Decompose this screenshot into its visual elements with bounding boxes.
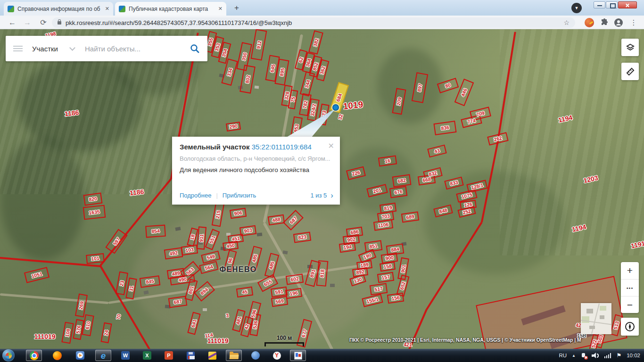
new-tab-button[interactable]: + (232, 3, 241, 13)
overview-minimap[interactable] (581, 303, 611, 334)
error-badge (584, 356, 588, 360)
taskbar-save-app[interactable] (182, 350, 198, 361)
excel-icon: X (143, 351, 151, 360)
zoom-more-button[interactable]: ••• (621, 279, 639, 296)
parcel-label: 668 (422, 176, 431, 183)
menu-hamburger-icon[interactable] (13, 46, 23, 52)
minimap-green-area (582, 316, 589, 323)
language-indicator[interactable]: RU (559, 353, 567, 358)
parcel-label: 903 (243, 227, 252, 234)
parcel-label: 818 (319, 269, 325, 278)
start-button[interactable] (2, 349, 15, 362)
tab-reference-info[interactable]: Справочная информация по об ✕ (4, 2, 113, 16)
minimap-buildings (589, 326, 595, 329)
taskbar-excel[interactable]: X (139, 350, 155, 361)
result-pager: 1 из 5 (310, 192, 327, 199)
taskbar-app[interactable] (204, 350, 220, 361)
taskbar-yandex[interactable]: Y (269, 350, 285, 361)
selected-parcel-marker[interactable] (332, 104, 339, 111)
map-canvas[interactable]: 1198355353354350912334802645895623648523… (0, 29, 644, 349)
chrome-icon (30, 351, 39, 360)
parcel-label: 45 (241, 288, 248, 295)
my-location-button[interactable] (621, 318, 639, 336)
network-tray-icon[interactable] (604, 353, 611, 358)
taskbar-explorer[interactable] (226, 350, 242, 361)
zoom-in-button[interactable]: + (621, 262, 639, 279)
profile-avatar-icon[interactable] (614, 18, 623, 27)
parcel-label: 569 (275, 298, 284, 304)
taskbar-powerpoint[interactable]: P (161, 350, 177, 361)
clock[interactable]: 10:02 (627, 353, 640, 358)
taskbar-chrome[interactable] (26, 350, 42, 361)
taskbar-internet-explorer[interactable]: e (95, 350, 111, 361)
taskbar-app-2[interactable] (248, 350, 264, 361)
popup-close-icon[interactable]: ✕ (328, 141, 334, 150)
powerpoint-icon: P (165, 351, 173, 360)
building (257, 232, 263, 236)
map-road (0, 293, 108, 304)
search-input[interactable] (84, 44, 190, 53)
parcel-label: 602 (290, 276, 299, 282)
taskbar: e W X P Y RU ▲ ⚑ 10:02 (0, 349, 644, 362)
window-close-button[interactable] (618, 1, 637, 8)
details-link[interactable]: Подробнее (180, 192, 211, 199)
measure-button[interactable] (621, 63, 639, 80)
forward-button[interactable]: → (22, 17, 33, 28)
bookmark-star-icon[interactable]: ☆ (563, 19, 570, 26)
search-icon[interactable] (190, 43, 200, 54)
map-search-panel: Участки (6, 36, 207, 61)
parcel-label: 682 (397, 177, 406, 184)
back-button[interactable]: ← (7, 17, 18, 28)
window-maximize-button[interactable] (606, 1, 618, 8)
reload-button[interactable]: ⟳ (38, 17, 49, 28)
layers-icon (626, 43, 635, 52)
tab-close-icon[interactable]: ✕ (105, 6, 109, 12)
address-bar[interactable]: pkk.rosreestr.ru/#/search/59.26448257430… (52, 17, 575, 28)
extensions-puzzle-icon[interactable] (600, 18, 609, 27)
extension-icon[interactable] (585, 18, 594, 27)
power-tray-icon[interactable] (581, 353, 586, 359)
layers-button[interactable] (621, 39, 639, 56)
tab-close-icon[interactable]: ✕ (218, 6, 223, 12)
parcel-type-label: Земельный участок (180, 143, 250, 151)
url-text: pkk.rosreestr.ru/#/search/59.26448257430… (66, 19, 560, 26)
parcel-label: 703 (381, 213, 390, 220)
parcel-usage: Для ведения личного подсобного хозяйства (180, 166, 332, 173)
parcel-label: 676 (394, 189, 403, 195)
building (255, 86, 259, 89)
village-label: ФЕНЕВО (219, 265, 256, 274)
scale-bar (264, 342, 304, 344)
parcel-label: 900 (385, 255, 394, 261)
taskbar-paint[interactable] (290, 350, 306, 361)
forest-patch (377, 48, 443, 123)
search-category-dropdown[interactable]: Участки (32, 45, 58, 53)
tray-expand-icon[interactable]: ▲ (572, 354, 576, 358)
tab-search-button[interactable]: ▼ (571, 3, 582, 13)
taskbar-firefox[interactable] (49, 350, 65, 361)
parcel-label: 23 (118, 280, 125, 287)
parcel-label: 823 (297, 234, 306, 240)
next-result-icon[interactable]: › (330, 192, 333, 198)
zoom-out-button[interactable]: − (621, 296, 639, 313)
parcel-label: 884 (390, 246, 399, 253)
taskbar-media-player[interactable] (72, 350, 88, 361)
parcel-label: 290 (229, 123, 238, 130)
cadastral-number-link[interactable]: 35:22:0111019:684 (252, 143, 312, 151)
tab-cadastral-map[interactable]: Публичная кадастровая карта ✕ (115, 2, 226, 16)
action-center-flag-icon[interactable]: ⚑ (616, 353, 621, 358)
tab-title: Справочная информация по об (17, 6, 102, 12)
window-minimize-button[interactable] (594, 1, 605, 8)
parcel-label: 902 (347, 236, 355, 243)
zoom-to-link[interactable]: Приблизить (223, 192, 256, 199)
parcel-label: 32 (337, 114, 344, 120)
parcel-label: 488 (272, 216, 281, 223)
browser-menu-icon[interactable]: ⋮ (630, 17, 637, 28)
parcel-label: 845 (145, 278, 154, 285)
parcel-label: 836 (440, 124, 449, 131)
category-chevron-icon[interactable] (69, 45, 75, 51)
parcel-label: 687 (173, 298, 182, 305)
parcel-label: 906 (233, 210, 242, 216)
volume-tray-icon[interactable] (592, 353, 599, 359)
taskbar-word[interactable]: W (117, 350, 133, 361)
folder-icon (230, 353, 239, 359)
